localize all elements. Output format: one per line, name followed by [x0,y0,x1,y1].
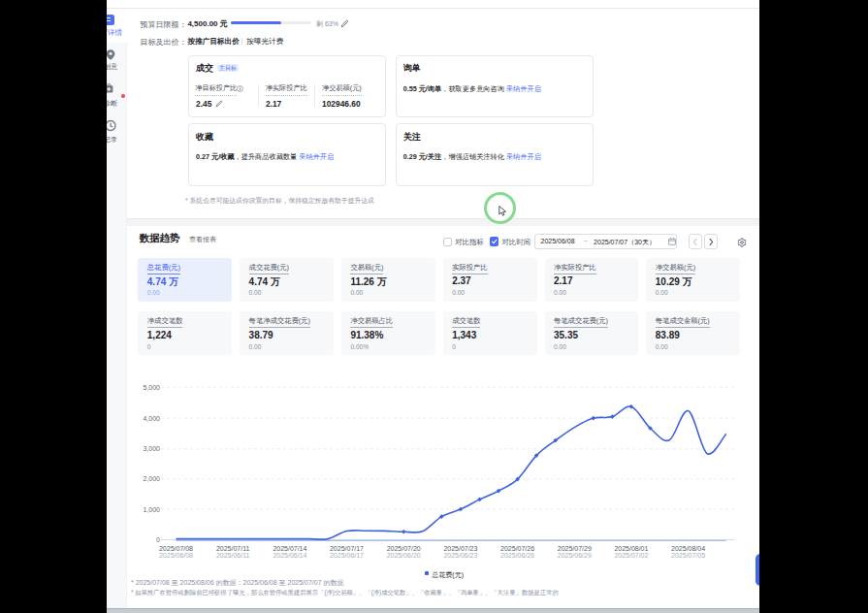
svg-text:2025/06/11: 2025/06/11 [216,552,250,559]
svg-text:2,000: 2,000 [143,475,160,482]
svg-text:2025/07/23: 2025/07/23 [443,545,477,552]
svg-text:2025/06/17: 2025/06/17 [330,552,364,559]
svg-text:2025/07/26: 2025/07/26 [500,545,534,552]
svg-text:2025/07/17: 2025/07/17 [330,545,364,552]
svg-text:2025/07/20: 2025/07/20 [387,545,421,552]
svg-text:2025/06/29: 2025/06/29 [558,552,592,559]
svg-text:2025/06/26: 2025/06/26 [500,552,534,559]
svg-text:2025/07/29: 2025/07/29 [558,545,592,552]
svg-text:2025/06/08: 2025/06/08 [159,552,193,559]
svg-text:2025/08/04: 2025/08/04 [671,545,705,552]
svg-text:2025/07/14: 2025/07/14 [273,545,306,552]
svg-text:1,000: 1,000 [143,506,160,513]
svg-text:2025/07/02: 2025/07/02 [614,552,648,559]
svg-text:2025/07/11: 2025/07/11 [216,545,250,552]
svg-text:2025/07/08: 2025/07/08 [159,545,193,552]
svg-text:3,000: 3,000 [143,445,160,452]
svg-text:2025/06/23: 2025/06/23 [443,552,477,559]
svg-text:0: 0 [156,536,160,543]
svg-text:2025/06/14: 2025/06/14 [273,552,306,559]
svg-text:2025/08/01: 2025/08/01 [614,545,648,552]
svg-text:2025/07/05: 2025/07/05 [671,552,705,559]
svg-text:2025/06/20: 2025/06/20 [387,552,421,559]
svg-text:5,000: 5,000 [143,384,160,391]
svg-text:4,000: 4,000 [143,415,160,422]
